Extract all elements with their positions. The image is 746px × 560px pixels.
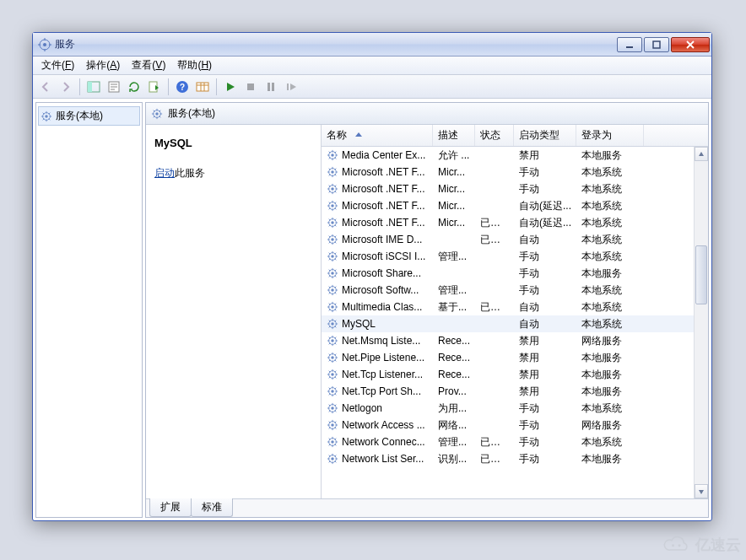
toolbar: ? [33, 75, 711, 99]
refresh-button[interactable] [125, 78, 143, 96]
close-button[interactable] [671, 37, 710, 52]
cell-desc: 为用... [433, 401, 475, 416]
cell-login: 本地服务 [576, 351, 644, 365]
svg-rect-12 [268, 83, 270, 91]
window-title: 服务 [55, 37, 617, 51]
titlebar[interactable]: 服务 [33, 33, 711, 57]
svg-point-26 [331, 204, 334, 207]
col-name[interactable]: 名称 [322, 125, 433, 146]
service-row[interactable]: Microsoft .NET F...Micr...自动(延迟...本地系统 [322, 197, 708, 214]
service-row[interactable]: Microsoft IME D...已启动自动本地系统 [322, 231, 708, 248]
cell-login: 本地服务 [576, 368, 644, 382]
scroll-thumb[interactable] [695, 245, 707, 304]
list-body[interactable]: Media Center Ex...允许 ...禁用本地服务Microsoft … [322, 147, 708, 498]
gear-icon [327, 369, 338, 380]
menu-action[interactable]: 操作(A) [81, 57, 125, 74]
cell-status: 已启动 [475, 233, 514, 247]
cell-name: Net.Pipe Listene... [322, 352, 433, 363]
col-startup[interactable]: 启动类型 [514, 125, 576, 146]
scroll-up-button[interactable] [695, 147, 708, 161]
start-service-button[interactable] [221, 78, 240, 96]
tab-extended[interactable]: 扩展 [149, 498, 192, 517]
menu-file[interactable]: 文件(F) [36, 57, 79, 74]
scroll-down-button[interactable] [695, 484, 708, 498]
tab-standard[interactable]: 标准 [191, 498, 233, 517]
select-columns-button[interactable] [193, 78, 212, 96]
nav-back-button[interactable] [36, 78, 55, 96]
content-title: 服务(本地) [168, 106, 215, 121]
nav-forward-button[interactable] [57, 78, 75, 96]
cell-login: 本地系统 [576, 182, 644, 197]
col-status[interactable]: 状态 [475, 125, 514, 146]
cell-login: 本地系统 [576, 250, 644, 264]
minimize-button[interactable] [617, 37, 642, 52]
service-row[interactable]: Net.Tcp Listener...Rece...禁用本地服务 [322, 366, 708, 383]
service-row[interactable]: Net.Pipe Listene...Rece...禁用本地服务 [322, 349, 708, 366]
cell-name: Network Connec... [322, 436, 433, 448]
svg-text:?: ? [180, 83, 185, 92]
svg-point-46 [331, 373, 334, 376]
service-row[interactable]: Netlogon为用...手动本地系统 [322, 400, 708, 417]
properties-button[interactable] [105, 78, 123, 96]
col-desc[interactable]: 描述 [433, 125, 475, 146]
cell-name: Microsoft .NET F... [322, 183, 433, 195]
scroll-track[interactable] [695, 161, 708, 484]
cell-login: 本地系统 [576, 233, 644, 247]
start-service-link[interactable]: 启动 [154, 167, 175, 179]
cell-startup: 禁用 [514, 351, 576, 365]
service-row[interactable]: Microsoft .NET F...Micr...手动本地系统 [322, 180, 708, 197]
svg-point-34 [331, 272, 334, 275]
cell-name: Netlogon [322, 402, 433, 414]
cell-startup: 手动 [514, 250, 576, 264]
service-row[interactable]: Microsoft .NET F...Micr...手动本地系统 [322, 164, 708, 180]
col-login[interactable]: 登录为 [576, 125, 644, 146]
start-service-link-row: 启动此服务 [154, 166, 312, 180]
restart-service-button[interactable] [282, 78, 300, 96]
cell-name: Microsoft .NET F... [322, 166, 433, 178]
stop-service-button[interactable] [241, 78, 260, 96]
service-row[interactable]: Microsoft Share...手动本地服务 [322, 265, 708, 282]
svg-rect-5 [88, 82, 92, 92]
cell-login: 本地服务 [576, 148, 644, 163]
gear-icon [327, 335, 338, 347]
cell-startup: 手动 [514, 401, 576, 416]
service-row[interactable]: MySQL自动本地系统 [322, 315, 708, 332]
svg-point-42 [331, 339, 334, 342]
service-row[interactable]: Microsoft .NET F...Micr...已启动自动(延迟...本地系… [322, 214, 708, 231]
service-row[interactable]: Net.Msmq Liste...Rece...禁用网络服务 [322, 332, 708, 349]
service-row[interactable]: Microsoft iSCSI I...管理...手动本地系统 [322, 248, 708, 265]
vertical-scrollbar[interactable] [694, 147, 708, 498]
app-icon [38, 38, 51, 51]
svg-rect-10 [197, 83, 208, 91]
menu-view[interactable]: 查看(V) [127, 57, 170, 74]
cell-name: Microsoft IME D... [322, 234, 433, 245]
cell-desc: Rece... [433, 369, 475, 380]
svg-rect-3 [653, 41, 660, 48]
cell-name: Network List Ser... [322, 453, 433, 465]
tree-node-label: 服务(本地) [56, 109, 103, 123]
pause-service-button[interactable] [262, 78, 280, 96]
cell-startup: 自动(延迟... [514, 199, 576, 213]
service-row[interactable]: Network Access ...网络...手动网络服务 [322, 417, 708, 433]
service-row[interactable]: Microsoft Softw...管理...手动本地系统 [322, 282, 708, 299]
cell-login: 本地系统 [576, 300, 644, 315]
tree-node-services-local[interactable]: 服务(本地) [38, 106, 140, 126]
show-hide-tree-button[interactable] [84, 78, 103, 96]
svg-point-58 [678, 544, 681, 547]
cell-startup: 手动 [514, 435, 576, 450]
tree-panel: 服务(本地) [35, 102, 143, 518]
export-button[interactable] [145, 78, 164, 96]
service-row[interactable]: Media Center Ex...允许 ...禁用本地服务 [322, 147, 708, 164]
content-panel: 服务(本地) MySQL 启动此服务 名称 描述 状态 启动类型 [145, 102, 709, 518]
cell-name: Net.Msmq Liste... [322, 335, 433, 347]
service-row[interactable]: Network Connec...管理...已启动手动本地系统 [322, 433, 708, 450]
help-button[interactable]: ? [173, 78, 192, 96]
menu-help[interactable]: 帮助(H) [172, 57, 217, 74]
cell-name: Net.Tcp Port Sh... [322, 385, 433, 397]
gear-icon [327, 166, 338, 178]
maximize-button[interactable] [644, 37, 669, 52]
service-row[interactable]: Network List Ser...识别...已启动手动本地服务 [322, 450, 708, 467]
service-row[interactable]: Net.Tcp Port Sh...Prov...禁用本地服务 [322, 383, 708, 400]
service-row[interactable]: Multimedia Clas...基于...已启动自动本地系统 [322, 299, 708, 315]
toolbar-separator [168, 78, 169, 95]
